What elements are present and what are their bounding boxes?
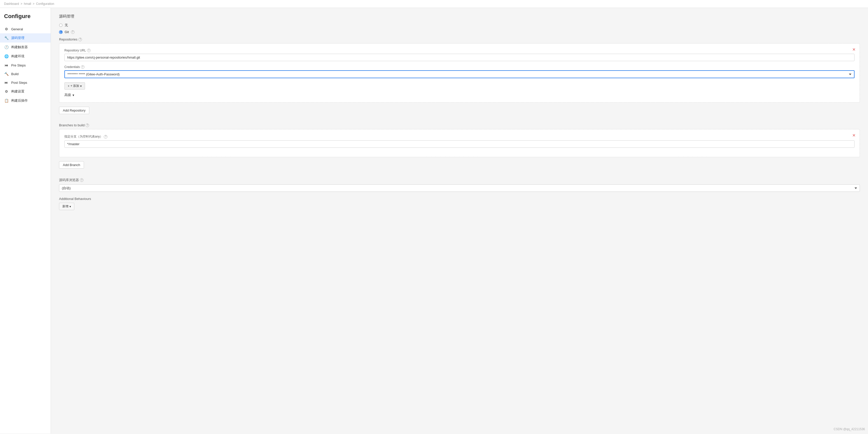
- new-behaviour-button[interactable]: 新增 ▾: [59, 203, 74, 210]
- breadcrumb: Dashboard > hmall > Configuration: [0, 0, 868, 8]
- sidebar-item-label-pre-steps: Pre Steps: [11, 63, 26, 67]
- radio-none-circle: [59, 23, 63, 27]
- breadcrumb-item-configuration[interactable]: Configuration: [36, 2, 54, 6]
- repositories-label: Repositories ?: [59, 37, 860, 41]
- post-steps-icon: ⏭: [4, 81, 9, 85]
- browser-section: 源码库浏览器 ? (自动): [59, 178, 860, 192]
- radio-git-circle: [59, 30, 63, 34]
- sidebar-item-build-settings[interactable]: ⚙ 构建设置: [0, 87, 51, 96]
- credentials-field-group: Credentials ? ******** ***** (Gitee-Auth…: [64, 65, 855, 78]
- radio-git[interactable]: Git ?: [59, 30, 860, 34]
- repository-close-button[interactable]: ✕: [852, 48, 856, 52]
- build-env-icon: 🌐: [4, 54, 9, 58]
- sidebar: Configure ⚙ General 🔧 源码管理 🕐 构建触发器 🌐 构建环…: [0, 8, 51, 433]
- repository-url-help-icon[interactable]: ?: [87, 49, 91, 52]
- sidebar-item-label-build: Build: [11, 72, 19, 76]
- breadcrumb-item-dashboard[interactable]: Dashboard: [4, 2, 19, 6]
- breadcrumb-item-hmall[interactable]: hmall: [24, 2, 31, 6]
- sidebar-item-label-build-settings: 构建设置: [11, 89, 24, 94]
- main-content: 源码管理 无 Git ? Repositories ? ✕: [51, 8, 868, 433]
- browser-help-icon[interactable]: ?: [80, 178, 84, 182]
- post-build-icon: 📋: [4, 98, 9, 103]
- scm-radio-group: 无 Git ?: [59, 23, 860, 34]
- build-settings-icon: ⚙: [4, 89, 9, 93]
- sidebar-item-build-env[interactable]: 🌐 构建环境: [0, 52, 51, 61]
- behaviours-section: Additional Behaviours 新增 ▾: [59, 197, 860, 210]
- advanced-chevron-icon: ▾: [72, 93, 74, 97]
- pre-steps-icon: ⏮: [4, 63, 9, 67]
- git-help-icon[interactable]: ?: [71, 30, 74, 34]
- build-icon: 🔨: [4, 72, 9, 76]
- repository-url-input[interactable]: [64, 54, 855, 61]
- behaviours-label: Additional Behaviours: [59, 197, 860, 201]
- sidebar-item-label-source-control: 源码管理: [11, 36, 24, 40]
- branch-card: ✕ 指定分支（为空时代表any） ?: [59, 129, 860, 157]
- branch-input[interactable]: [64, 140, 855, 148]
- radio-none-label: 无: [65, 23, 68, 28]
- add-icon: +: [68, 84, 69, 88]
- sidebar-item-label-post-build: 构建后操作: [11, 98, 28, 103]
- repository-url-label: Repository URL ?: [64, 49, 852, 52]
- source-control-icon: 🔧: [4, 36, 9, 40]
- repository-url-field-group: Repository URL ?: [64, 49, 855, 61]
- branch-field-help-icon[interactable]: ?: [104, 135, 107, 139]
- new-behaviour-label: 新增: [62, 204, 68, 209]
- advanced-label: 高级: [64, 93, 71, 97]
- branches-label: Branches to build ?: [59, 123, 860, 127]
- watermark: CSDN @qq_42211536: [834, 427, 865, 431]
- breadcrumb-sep-1: >: [21, 2, 22, 6]
- sidebar-item-post-steps[interactable]: ⏭ Post Steps: [0, 78, 51, 87]
- branch-close-button[interactable]: ✕: [852, 134, 856, 138]
- credentials-select[interactable]: ******** ***** (Gitee-Auth-Password): [64, 70, 855, 78]
- add-credentials-label: + 添加: [70, 84, 79, 88]
- add-repository-button[interactable]: Add Repository: [59, 107, 89, 114]
- sidebar-item-pre-steps[interactable]: ⏮ Pre Steps: [0, 61, 51, 69]
- repositories-help-icon[interactable]: ?: [79, 38, 82, 41]
- advanced-toggle[interactable]: 高级 ▾: [64, 93, 855, 97]
- sidebar-item-general[interactable]: ⚙ General: [0, 25, 51, 33]
- add-credentials-button[interactable]: + + 添加 ▾: [64, 82, 85, 90]
- sidebar-item-build[interactable]: 🔨 Build: [0, 69, 51, 78]
- credentials-help-icon[interactable]: ?: [81, 65, 85, 69]
- sidebar-item-label-post-steps: Post Steps: [11, 81, 27, 85]
- sidebar-item-source-control[interactable]: 🔧 源码管理: [0, 33, 51, 42]
- sidebar-item-label-general: General: [11, 27, 23, 31]
- general-icon: ⚙: [4, 27, 9, 31]
- browser-select[interactable]: (自动): [59, 184, 860, 192]
- sidebar-item-label-build-env: 构建环境: [11, 54, 24, 59]
- build-triggers-icon: 🕐: [4, 45, 9, 49]
- branches-help-icon[interactable]: ?: [86, 123, 89, 127]
- add-branch-button[interactable]: Add Branch: [59, 161, 84, 169]
- sidebar-item-build-triggers[interactable]: 🕐 构建触发器: [0, 42, 51, 52]
- new-behaviour-chevron-icon: ▾: [69, 205, 71, 208]
- credentials-label: Credentials ?: [64, 65, 855, 69]
- sidebar-item-label-build-triggers: 构建触发器: [11, 45, 28, 50]
- browser-label: 源码库浏览器 ?: [59, 178, 860, 182]
- sidebar-item-post-build[interactable]: 📋 构建后操作: [0, 96, 51, 105]
- section-title: 源码管理: [59, 14, 860, 19]
- repository-card: ✕ Repository URL ? Credentials ? *******…: [59, 43, 860, 103]
- branch-field-group: 指定分支（为空时代表any） ?: [64, 135, 855, 148]
- sidebar-title: Configure: [0, 13, 51, 25]
- breadcrumb-sep-2: >: [33, 2, 34, 6]
- radio-none[interactable]: 无: [59, 23, 860, 28]
- add-dropdown-icon: ▾: [80, 84, 82, 88]
- branch-field-label: 指定分支（为空时代表any） ?: [64, 135, 852, 139]
- radio-git-label: Git: [65, 30, 69, 34]
